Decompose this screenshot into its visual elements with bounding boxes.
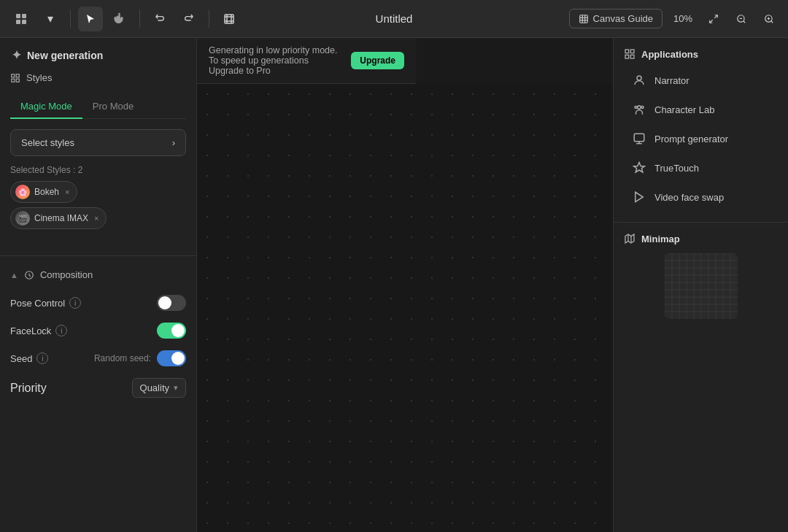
cinema-imax-icon: 🎬: [15, 211, 30, 225]
style-tag-bokeh: 🌸 Bokeh ×: [10, 181, 77, 203]
face-lock-toggle[interactable]: [157, 323, 186, 339]
face-lock-label: FaceLock: [10, 325, 51, 336]
styles-label: Styles: [26, 72, 52, 83]
character-lab-icon: [631, 101, 647, 117]
cinema-imax-label: Cinema IMAX: [34, 213, 88, 223]
toolbar-divider-2: [139, 10, 140, 28]
svg-line-17: [743, 20, 746, 23]
toolbar: ▾ Untitled: [0, 0, 788, 38]
truetouch-label: TrueTouch: [654, 163, 699, 174]
new-generation-icon: ✦: [12, 48, 21, 62]
selected-styles-count: Selected Styles : 2: [10, 165, 186, 175]
styles-section-title: Styles: [10, 69, 186, 86]
app-item-character-lab[interactable]: Character Lab: [624, 95, 778, 124]
seed-label: Seed: [10, 353, 32, 364]
svg-rect-24: [16, 74, 19, 77]
seed-info-icon[interactable]: i: [36, 352, 48, 364]
video-face-swap-icon: [631, 189, 647, 205]
minimap-header: Minimap: [624, 233, 778, 244]
composition-label: Composition: [40, 269, 93, 280]
svg-rect-31: [630, 55, 634, 58]
panel-title: New generation: [27, 50, 103, 61]
minimap-canvas: [665, 253, 738, 319]
applications-section: Applications Narrator: [614, 38, 788, 223]
canvas-area[interactable]: [197, 84, 613, 532]
bokeh-icon: 🌸: [15, 185, 30, 199]
canvas-guide-label: Canvas Guide: [593, 13, 653, 24]
fit-screen-button[interactable]: [703, 9, 724, 29]
truetouch-icon: [631, 160, 647, 176]
applications-title: Applications: [624, 48, 778, 60]
canvas-grid: [197, 84, 613, 532]
left-panel: ✦ New generation Styles Magic Mode Pro M…: [0, 38, 197, 532]
random-seed-toggle[interactable]: [157, 350, 186, 366]
center-column: Generating in low priority mode. To spee…: [197, 38, 613, 532]
svg-point-35: [635, 107, 637, 109]
redo-button[interactable]: [177, 7, 201, 31]
document-title: Untitled: [376, 12, 413, 25]
character-lab-label: Character Lab: [654, 104, 714, 115]
svg-rect-30: [625, 55, 629, 58]
seed-right-group: Random seed:: [94, 350, 186, 366]
select-styles-chevron-icon: ›: [172, 137, 175, 148]
app-item-narrator[interactable]: Narrator: [624, 66, 778, 95]
tab-magic-mode[interactable]: Magic Mode: [10, 95, 82, 119]
composition-header: ▲ Composition: [10, 266, 186, 283]
zoom-out-button[interactable]: [731, 9, 752, 29]
svg-point-34: [641, 107, 644, 109]
upgrade-button[interactable]: Upgrade: [351, 52, 404, 69]
video-face-swap-label: Video face swap: [654, 192, 724, 203]
select-styles-button[interactable]: Select styles ›: [10, 129, 186, 156]
priority-value: Quality: [140, 382, 169, 393]
priority-row: Priority Quality ▾: [10, 378, 186, 398]
svg-line-20: [771, 20, 773, 23]
panel-header: ✦ New generation: [0, 38, 196, 69]
svg-point-33: [638, 106, 641, 109]
zoom-in-button[interactable]: [759, 9, 779, 29]
app-item-truetouch[interactable]: TrueTouch: [624, 153, 778, 182]
random-seed-label: Random seed:: [94, 353, 151, 363]
bokeh-remove-button[interactable]: ×: [65, 188, 69, 196]
app-item-video-face-swap[interactable]: Video face swap: [624, 182, 778, 212]
app-item-prompt-generator[interactable]: Prompt generator: [624, 124, 778, 153]
svg-rect-1: [22, 14, 26, 18]
seed-row: Seed i Random seed:: [10, 350, 186, 366]
face-lock-row: FaceLock i: [10, 323, 186, 339]
svg-rect-3: [22, 20, 26, 24]
svg-rect-9: [579, 15, 587, 23]
hand-tool-button[interactable]: [107, 7, 132, 31]
zoom-level: 10%: [670, 13, 696, 24]
priority-chevron-icon: ▾: [174, 383, 178, 393]
pose-control-label-group: Pose Control i: [10, 297, 81, 309]
minimap-section: Minimap: [614, 223, 788, 532]
minimap-label: Minimap: [641, 234, 680, 244]
svg-line-14: [714, 15, 717, 18]
toolbar-divider-3: [209, 10, 209, 28]
logo-button[interactable]: [9, 7, 34, 31]
priority-dropdown[interactable]: Quality ▾: [132, 378, 186, 398]
style-tag-cinema-imax: 🎬 Cinema IMAX ×: [10, 207, 107, 229]
dropdown-arrow-button[interactable]: ▾: [38, 7, 63, 31]
pose-control-toggle[interactable]: [157, 295, 186, 311]
seed-label-group: Seed i: [10, 352, 48, 364]
prompt-generator-label: Prompt generator: [654, 134, 728, 144]
frame-tool-button[interactable]: [217, 7, 242, 31]
pose-control-info-icon[interactable]: i: [69, 297, 81, 309]
style-tags-list: 🌸 Bokeh × 🎬 Cinema IMAX ×: [10, 181, 186, 229]
narrator-icon: [631, 72, 647, 88]
face-lock-info-icon[interactable]: i: [55, 325, 67, 336]
face-lock-label-group: FaceLock i: [10, 325, 67, 336]
composition-section: ▲ Composition Pose Control i FaceLock i: [0, 266, 196, 414]
notification-bar: Generating in low priority mode. To spee…: [197, 38, 416, 84]
tab-pro-mode[interactable]: Pro Mode: [82, 95, 144, 119]
svg-marker-39: [636, 192, 644, 202]
svg-rect-28: [625, 50, 629, 53]
svg-point-32: [637, 76, 641, 80]
pose-control-row: Pose Control i: [10, 295, 186, 311]
svg-line-15: [710, 20, 713, 23]
canvas-guide-button[interactable]: Canvas Guide: [569, 9, 663, 28]
cursor-tool-button[interactable]: [78, 7, 103, 31]
undo-button[interactable]: [147, 7, 172, 31]
svg-rect-25: [12, 79, 15, 82]
cinema-imax-remove-button[interactable]: ×: [94, 214, 98, 223]
